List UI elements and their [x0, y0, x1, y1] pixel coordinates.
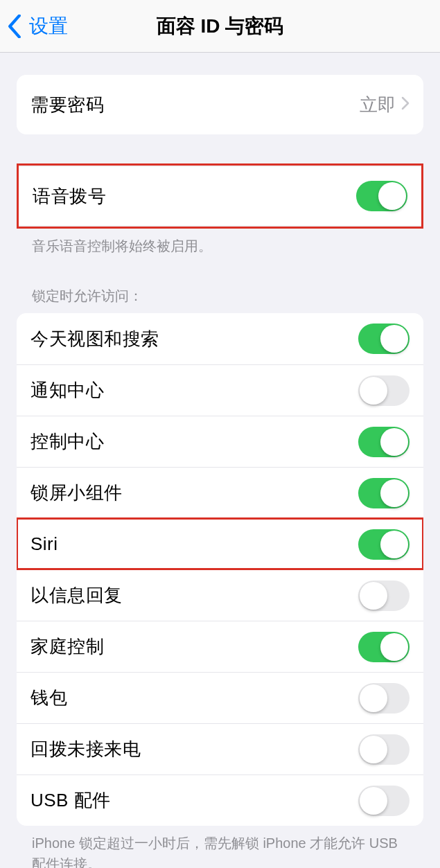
locked-access-label: 锁屏小组件: [30, 481, 123, 505]
row-voice-dial: 语音拨号: [19, 167, 421, 225]
locked-access-label: 回拨未接来电: [30, 737, 141, 761]
require-passcode-label: 需要密码: [30, 93, 104, 117]
locked-access-label: Siri: [30, 533, 58, 555]
voice-dial-footer: 音乐语音控制将始终被启用。: [17, 229, 423, 256]
row-locked-access-6: 家庭控制: [17, 621, 423, 672]
voice-dial-toggle[interactable]: [356, 181, 407, 211]
locked-access-toggle[interactable]: [358, 632, 410, 662]
locked-access-label: 今天视图和搜索: [30, 327, 159, 351]
section-locked-access: 锁定时允许访问： 今天视图和搜索通知中心控制中心锁屏小组件Siri以信息回复家庭…: [17, 285, 423, 868]
locked-access-toggle[interactable]: [358, 478, 410, 508]
locked-access-toggle[interactable]: [358, 427, 410, 457]
row-locked-access-4: Siri: [17, 518, 423, 569]
voice-dial-label: 语音拨号: [33, 184, 106, 209]
locked-access-label: 以信息回复: [30, 583, 123, 608]
row-locked-access-2: 控制中心: [17, 416, 423, 467]
section-voice-dial: 语音拨号 音乐语音控制将始终被启用。: [17, 163, 423, 256]
row-locked-access-8: 回拨未接来电: [17, 723, 423, 774]
locked-access-label: 家庭控制: [30, 635, 104, 659]
row-locked-access-9: USB 配件: [17, 774, 423, 826]
nav-bar: 设置 面容 ID 与密码: [0, 0, 440, 53]
row-locked-access-3: 锁屏小组件: [17, 467, 423, 518]
back-label: 设置: [29, 13, 68, 39]
locked-access-label: 通知中心: [30, 378, 104, 402]
chevron-right-icon: [401, 94, 410, 116]
locked-access-footer: iPhone 锁定超过一小时后，需先解锁 iPhone 才能允许 USB 配件连…: [17, 826, 423, 868]
section-passcode: 需要密码 立即: [17, 75, 423, 134]
locked-access-toggle[interactable]: [358, 529, 410, 560]
row-locked-access-1: 通知中心: [17, 364, 423, 416]
row-locked-access-7: 钱包: [17, 672, 423, 723]
row-require-passcode[interactable]: 需要密码 立即: [17, 75, 423, 134]
row-locked-access-0: 今天视图和搜索: [17, 313, 423, 364]
group-passcode: 需要密码 立即: [17, 75, 423, 134]
locked-access-toggle[interactable]: [358, 786, 410, 816]
group-voice-dial: 语音拨号: [19, 167, 421, 225]
locked-access-toggle[interactable]: [358, 581, 410, 611]
row-locked-access-5: 以信息回复: [17, 569, 423, 621]
locked-access-header: 锁定时允许访问：: [17, 285, 423, 313]
locked-access-label: 钱包: [30, 686, 67, 710]
locked-access-toggle[interactable]: [358, 734, 410, 765]
locked-access-toggle[interactable]: [358, 324, 410, 354]
locked-access-toggle[interactable]: [358, 375, 410, 406]
chevron-left-icon: [7, 15, 22, 38]
require-passcode-value: 立即: [360, 93, 396, 117]
group-locked-access: 今天视图和搜索通知中心控制中心锁屏小组件Siri以信息回复家庭控制钱包回拨未接来…: [17, 313, 423, 826]
locked-access-label: 控制中心: [30, 429, 104, 454]
locked-access-label: USB 配件: [30, 788, 111, 813]
highlight-voice-dial: 语音拨号: [17, 163, 423, 229]
locked-access-toggle[interactable]: [358, 683, 410, 714]
back-button[interactable]: 设置: [0, 13, 68, 39]
